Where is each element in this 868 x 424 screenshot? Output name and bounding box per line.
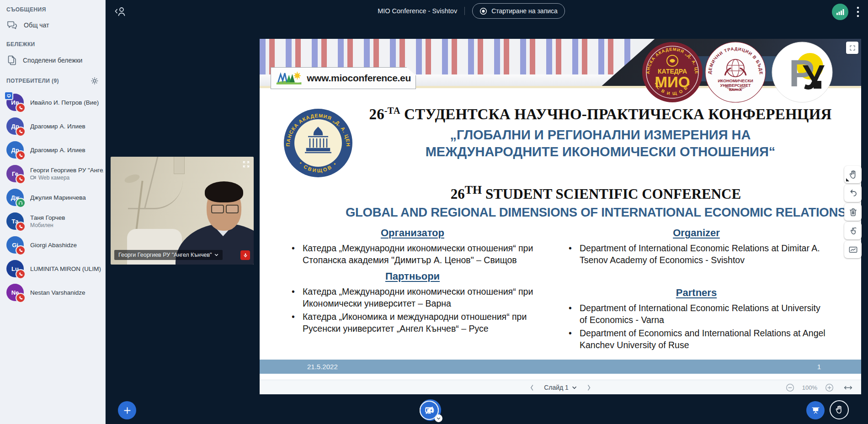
notes-icon xyxy=(6,54,17,66)
user-list-item[interactable]: Ге Георги Георгиев РУ "Ангел Кънч... Web… xyxy=(0,162,105,186)
record-icon xyxy=(479,7,487,15)
fit-width-button[interactable] xyxy=(841,384,855,392)
slide-title-bulgarian: 26-ТА СТУДЕНТСКА НАУЧНО-ПРАКТИЧЕСКА КОНФ… xyxy=(349,106,852,160)
multi-user-whiteboard-button[interactable] xyxy=(844,222,862,239)
share-screen-button[interactable] xyxy=(420,401,439,420)
meeting-window: СЪОБЩЕНИЯ Общ чат БЕЛЕЖКИ Споделени беле… xyxy=(0,0,868,424)
line-chart-icon xyxy=(848,244,858,255)
presentation-fullscreen-button[interactable] xyxy=(846,42,858,54)
user-list-item[interactable]: Ne Nestan Varshanidze xyxy=(0,281,105,304)
avatar: Ге xyxy=(6,165,24,182)
sidebar: СЪОБЩЕНИЯ Общ чат БЕЛЕЖКИ Споделени беле… xyxy=(0,0,106,424)
next-slide-button[interactable] xyxy=(585,383,593,392)
chat-label: Общ чат xyxy=(24,21,49,29)
top-bar: MIO Conference - Svishtov Стартиране на … xyxy=(90,0,852,22)
actions-plus-button[interactable] xyxy=(118,401,136,419)
start-recording-button[interactable]: Стартиране на записа xyxy=(472,3,565,19)
bullet-item: Department of International Economic Rel… xyxy=(565,243,828,266)
zoom-in-button[interactable] xyxy=(823,382,836,393)
webcam-name-dropdown[interactable]: Георги Георгиев РУ "Ангел Кънчев" xyxy=(114,250,223,260)
phone-muted-icon xyxy=(16,293,26,303)
svg-text:МИО: МИО xyxy=(655,74,690,90)
notes-section-header: БЕЛЕЖКИ xyxy=(0,35,105,50)
avatar: Gi xyxy=(6,236,24,254)
phone-muted-icon xyxy=(16,150,26,160)
user-list-item[interactable]: Др Драгомир А. Илиев xyxy=(0,138,105,162)
user-list-item[interactable]: Та Таня Горчев Мобилен xyxy=(0,209,105,233)
person-glasses xyxy=(211,205,239,213)
bullet-item: Department of International Economic Rel… xyxy=(565,302,828,326)
slide-page-number: 1 xyxy=(817,363,821,371)
organizer-column-en: Organizer Department of International Ec… xyxy=(565,227,828,352)
caret-down-icon xyxy=(437,417,441,420)
previous-slide-button[interactable] xyxy=(528,383,536,392)
sidebar-item-shared-notes[interactable]: Споделени бележки xyxy=(0,50,105,70)
phone-muted-icon xyxy=(16,245,26,255)
slide-footer-bar: 21.5.2022 1 xyxy=(260,360,861,374)
mio-conference-banner: www.mioconference.eu xyxy=(271,67,416,89)
phone-muted-icon xyxy=(16,127,26,137)
bullet-item: Department of Economics and Internationa… xyxy=(565,328,828,351)
user-list-item[interactable]: Дж Джулия Маринчева xyxy=(0,186,105,209)
zoom-level: 100% xyxy=(802,384,817,391)
avatar: Та xyxy=(6,212,24,230)
presentation-board-icon xyxy=(811,406,820,415)
bullet-item: Катедра „Икономика и международни отноше… xyxy=(288,311,537,334)
avatar: Дж xyxy=(6,189,24,206)
screenshare-off-icon xyxy=(424,405,434,415)
clear-annotations-button[interactable] xyxy=(844,203,862,221)
connection-status-button[interactable] xyxy=(832,4,848,20)
fullscreen-icon xyxy=(242,160,250,168)
minus-circle-icon xyxy=(785,383,795,392)
user-list-item[interactable]: Lu LUMINITA MIRON (ULIM) xyxy=(0,257,105,281)
chevron-down-icon xyxy=(214,254,218,256)
bullet-item: Катедра „Международни икономически отнош… xyxy=(288,286,537,309)
pan-tool-button[interactable] xyxy=(844,166,862,183)
cable xyxy=(128,180,183,209)
users-section-header: ПОТРЕБИТЕЛИ (9) xyxy=(0,70,105,88)
divider xyxy=(464,7,465,15)
chat-icon xyxy=(6,20,18,31)
avatar: Ne xyxy=(6,284,24,301)
varna-university-logo: С АКАДЕМИЧНИ ТРАДИЦИИ В БЪДЕЩЕТО ИКОНОМИ… xyxy=(705,42,766,103)
wall-plate xyxy=(174,157,185,174)
person-hair xyxy=(205,181,243,202)
slide-date: 21.5.2022 xyxy=(307,363,338,371)
presentation-area: www.mioconference.eu СТОПАНСКА АКАДЕМИЯ … xyxy=(260,39,861,394)
undo-annotation-button[interactable] xyxy=(844,185,862,202)
chevron-left-icon xyxy=(530,384,534,391)
manage-users-gear-icon[interactable] xyxy=(91,77,99,85)
webcam-fullscreen-button[interactable] xyxy=(242,160,250,170)
raise-hand-icon xyxy=(834,405,844,415)
slide-title-english: 26TH STUDENT SCIENTIFIC CONFERENCE GLOBA… xyxy=(337,183,854,220)
phone-muted-icon xyxy=(16,103,26,113)
bullet-item: Катедра „Международни икономически отнош… xyxy=(288,243,537,266)
webcam-video[interactable]: Георги Георгиев РУ "Ангел Кънчев" xyxy=(111,157,254,265)
user-list-item[interactable]: Др Драгомир А. Илиев xyxy=(0,114,105,138)
whiteboard-toolbar xyxy=(844,166,862,260)
undo-icon xyxy=(848,188,858,199)
raise-hand-button[interactable] xyxy=(830,400,849,419)
user-list: Ив Ивайло И. Петров (Вие) Др Драгомир А.… xyxy=(0,88,105,304)
webcam-small-icon xyxy=(30,175,36,180)
user-list-item[interactable]: Ив Ивайло И. Петров (Вие) xyxy=(0,90,105,114)
sidebar-item-public-chat[interactable]: Общ чат xyxy=(0,16,105,35)
fit-width-icon xyxy=(843,385,853,391)
phone-muted-icon xyxy=(16,174,26,184)
chart-tool-button[interactable] xyxy=(844,241,862,258)
options-menu-button[interactable] xyxy=(856,5,860,20)
presenter-icon xyxy=(4,91,13,100)
messages-section-header: СЪОБЩЕНИЯ xyxy=(0,0,105,16)
svg-text:ИКОНОМИЧЕСКИ: ИКОНОМИЧЕСКИ xyxy=(718,79,753,83)
plus-icon xyxy=(122,406,132,415)
slide-select-dropdown[interactable]: Слайд 1 xyxy=(542,383,579,392)
trash-icon xyxy=(848,207,858,217)
user-list-item[interactable]: Gi Giorgi Abashidze xyxy=(0,233,105,257)
zoom-out-button[interactable] xyxy=(783,382,797,393)
katedra-mio-logo: СТОПАНСКА АКАДЕМИЯ „Д. А. ЦЕНОВ“ • С В И… xyxy=(642,42,703,103)
restore-presentation-button[interactable] xyxy=(806,401,825,419)
svg-text:У: У xyxy=(803,58,825,96)
meeting-title: MIO Conference - Svishtov xyxy=(378,7,457,15)
partners-heading-bg: Партньори xyxy=(288,270,537,282)
presentation-toolbar: Слайд 1 100% xyxy=(260,380,861,394)
